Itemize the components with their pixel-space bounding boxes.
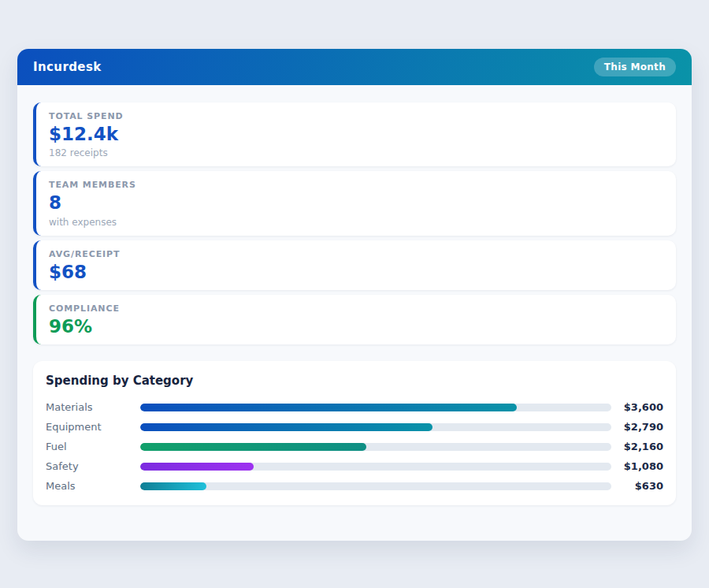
category-label: Safety — [46, 460, 140, 472]
stat-value: 96% — [49, 317, 663, 337]
stat-value: 8 — [49, 193, 663, 213]
stat-label: AVG/RECEIPT — [49, 249, 663, 259]
bar-track — [140, 404, 611, 411]
stat-subtext: with expenses — [49, 217, 663, 228]
chart-row-materials: Materials $3,600 — [46, 397, 663, 417]
bar-fill-equipment — [140, 423, 432, 431]
bar-fill-meals — [140, 482, 206, 490]
chart-row-meals: Meals $630 — [46, 476, 663, 496]
bar-fill-fuel — [140, 443, 366, 451]
app-title: Incurdesk — [33, 60, 102, 74]
bar-value-label: $1,080 — [611, 460, 663, 472]
bar-track — [140, 482, 611, 490]
chart-title: Spending by Category — [46, 374, 663, 388]
bar-track — [140, 443, 611, 451]
spending-by-category-panel: Spending by Category Materials $3,600 Eq… — [33, 361, 676, 505]
category-label: Equipment — [46, 421, 140, 433]
stat-label: TOTAL SPEND — [49, 111, 663, 121]
stat-label: COMPLIANCE — [49, 303, 663, 314]
bar-value-label: $2,160 — [611, 441, 663, 452]
bar-track — [140, 463, 611, 471]
bar-value-label: $630 — [611, 480, 663, 492]
category-label: Fuel — [46, 441, 140, 452]
category-label: Materials — [46, 401, 140, 413]
stat-card-compliance: COMPLIANCE 96% — [33, 295, 676, 344]
stat-label: TEAM MEMBERS — [49, 180, 663, 190]
stat-card-team-members: TEAM MEMBERS 8 with expenses — [33, 171, 676, 235]
chart-row-equipment: Equipment $2,790 — [46, 417, 663, 437]
period-badge[interactable]: This Month — [594, 58, 676, 76]
stat-value: $68 — [49, 262, 663, 282]
stat-value: $12.4k — [49, 125, 663, 144]
chart-row-fuel: Fuel $2,160 — [46, 437, 663, 456]
app-header: Incurdesk This Month — [17, 49, 692, 85]
dashboard-container: Incurdesk This Month TOTAL SPEND $12.4k … — [17, 49, 692, 541]
stats-section: TOTAL SPEND $12.4k 182 receipts TEAM MEM… — [17, 85, 692, 344]
bar-fill-safety — [140, 463, 254, 471]
category-label: Meals — [46, 480, 140, 492]
chart-row-safety: Safety $1,080 — [46, 456, 663, 476]
bar-track — [140, 423, 611, 431]
bar-fill-materials — [140, 404, 517, 411]
bar-value-label: $2,790 — [611, 421, 663, 433]
stat-card-avg-receipt: AVG/RECEIPT $68 — [33, 240, 676, 290]
stat-card-total-spend: TOTAL SPEND $12.4k 182 receipts — [33, 102, 676, 166]
stat-subtext: 182 receipts — [49, 147, 663, 158]
bar-value-label: $3,600 — [611, 401, 663, 413]
